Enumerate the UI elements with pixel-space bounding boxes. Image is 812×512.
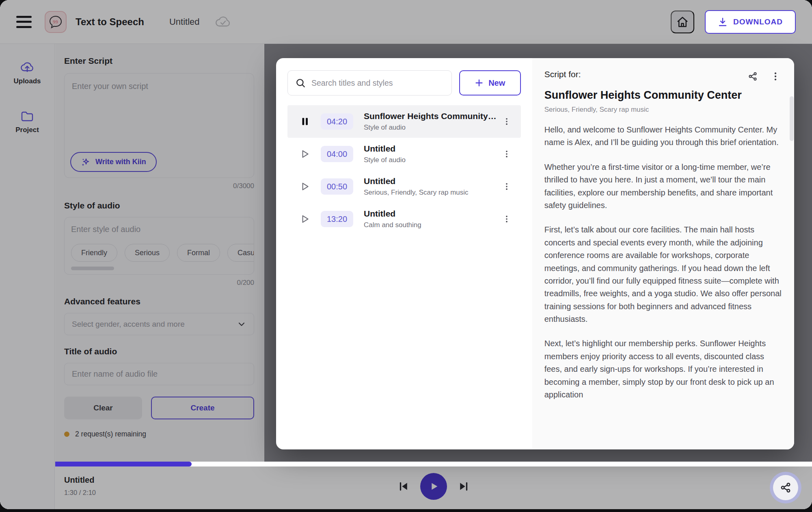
- script-panel: Script for:: [532, 58, 794, 449]
- skip-forward-icon: [458, 480, 470, 492]
- audio-list: 04:20Sunflower Heights Community…Style o…: [287, 105, 521, 235]
- script-textarea[interactable]: [65, 74, 254, 143]
- sidebar-item-project[interactable]: Project: [0, 111, 54, 134]
- kebab-menu-icon: [502, 150, 511, 158]
- style-of-audio-heading: Style of audio: [64, 201, 254, 210]
- download-icon: [718, 17, 728, 27]
- library-modal: New 04:20Sunflower Heights Community…Sty…: [276, 58, 794, 449]
- play-track-button[interactable]: [298, 147, 312, 161]
- audio-item-title: Untitled: [364, 144, 497, 154]
- play-track-button[interactable]: [298, 212, 312, 226]
- style-char-counter: 0/200: [64, 279, 254, 287]
- audio-item-title: Untitled: [364, 209, 497, 219]
- cloud-upload-icon: [21, 61, 34, 73]
- item-menu-button[interactable]: [497, 145, 517, 163]
- app-logo: 99: [45, 11, 67, 33]
- previous-track-button[interactable]: [397, 480, 410, 492]
- download-button[interactable]: DOWNLOAD: [705, 10, 796, 34]
- item-menu-button[interactable]: [497, 113, 517, 130]
- next-track-button[interactable]: [458, 480, 470, 492]
- script-menu-button[interactable]: [769, 69, 782, 83]
- item-menu-button[interactable]: [497, 210, 517, 228]
- audio-list-item[interactable]: 04:20Sunflower Heights Community…Style o…: [287, 105, 521, 138]
- script-paragraph: First, let’s talk about our core facilit…: [544, 223, 782, 325]
- script-title: Sunflower Heights Community Center: [544, 89, 782, 102]
- home-button[interactable]: [671, 11, 694, 33]
- kebab-menu-icon: [770, 71, 781, 82]
- item-menu-button[interactable]: [497, 178, 517, 195]
- script-vertical-scrollbar[interactable]: [790, 96, 794, 141]
- style-chip-row: FriendlySeriousFormalCasualM: [71, 244, 254, 262]
- speech-bubble-logo-icon: 99: [49, 15, 63, 29]
- script-paragraph: Hello, and welcome to Sunflower Heights …: [544, 124, 782, 149]
- playback-progress-bar[interactable]: [55, 462, 812, 466]
- play-icon: [300, 214, 310, 224]
- duration-badge: 13:20: [321, 211, 353, 227]
- top-bar: 99 Text to Speech Untitled: [0, 0, 812, 44]
- share-icon: [780, 482, 792, 494]
- style-input-box: FriendlySeriousFormalCasualM: [64, 217, 254, 275]
- share-script-button[interactable]: [746, 69, 760, 83]
- search-box: [287, 70, 452, 95]
- cloud-sync-icon: [215, 16, 231, 28]
- screen: 99 Text to Speech Untitled: [0, 0, 812, 512]
- playback-progress-fill: [55, 462, 192, 466]
- player-track-title: Untitled: [64, 475, 96, 485]
- sidebar-item-uploads[interactable]: Uploads: [0, 61, 54, 85]
- duration-badge: 00:50: [321, 178, 353, 195]
- requests-remaining-text: 2 request(s) remaining: [75, 430, 146, 438]
- duration-badge: 04:00: [321, 146, 353, 162]
- audio-item-title: Sunflower Heights Community…: [364, 111, 497, 121]
- script-paragraph: Next, let’s highlight our membership per…: [544, 337, 782, 401]
- menu-icon[interactable]: [16, 16, 32, 28]
- sidebar-item-label: Project: [15, 126, 39, 134]
- play-icon: [428, 481, 439, 492]
- sidebar-item-label: Uploads: [13, 77, 41, 85]
- play-track-button[interactable]: [298, 180, 312, 193]
- audio-library-column: New 04:20Sunflower Heights Community…Sty…: [276, 58, 532, 449]
- share-player-button[interactable]: [773, 475, 798, 500]
- style-input[interactable]: [71, 225, 245, 234]
- home-icon: [676, 16, 689, 28]
- audio-list-item[interactable]: 04:00UntitledStyle of audio: [287, 138, 521, 170]
- create-button[interactable]: Create: [151, 397, 254, 419]
- script-paragraph: Whether you’re a first-time visitor or a…: [544, 161, 782, 212]
- advanced-features-select[interactable]: Select gender, accents and more: [64, 313, 254, 335]
- requests-status-dot: [64, 432, 69, 437]
- script-form-panel: Enter Script Write with Kiin 0/3000 Styl…: [55, 44, 264, 509]
- new-audio-button[interactable]: New: [459, 70, 521, 95]
- audio-list-item[interactable]: 13:20UntitledCalm and southing: [287, 203, 521, 235]
- style-chip-formal[interactable]: Formal: [177, 244, 220, 262]
- chips-horizontal-scrollbar[interactable]: [71, 267, 114, 270]
- skip-back-icon: [397, 480, 410, 492]
- pause-track-button[interactable]: [298, 115, 312, 128]
- style-chip-friendly[interactable]: Friendly: [71, 244, 117, 262]
- play-button[interactable]: [420, 473, 447, 500]
- enter-script-heading: Enter Script: [64, 56, 254, 66]
- clear-button[interactable]: Clear: [64, 397, 142, 419]
- folder-icon: [21, 111, 34, 122]
- title-of-audio-heading: Title of audio: [64, 347, 254, 356]
- svg-text:99: 99: [53, 19, 58, 25]
- pause-icon: [300, 116, 310, 127]
- search-icon: [295, 78, 306, 88]
- script-style-subtitle: Serious, Friendly, Scary rap music: [544, 106, 782, 114]
- kebab-menu-icon: [502, 182, 511, 191]
- search-input[interactable]: [311, 78, 444, 88]
- write-with-kiin-label: Write with Kiin: [95, 158, 146, 166]
- audio-title-input[interactable]: [64, 363, 254, 385]
- play-icon: [300, 149, 310, 159]
- write-with-kiin-button[interactable]: Write with Kiin: [70, 152, 157, 172]
- script-text: Hello, and welcome to Sunflower Heights …: [544, 124, 782, 401]
- player-time: 1:30 / 2:10: [64, 489, 96, 497]
- sparkle-icon: [81, 157, 91, 167]
- audio-item-style: Style of audio: [364, 156, 497, 164]
- app-window: 99 Text to Speech Untitled: [0, 0, 812, 509]
- style-chip-serious[interactable]: Serious: [125, 244, 170, 262]
- advanced-features-placeholder: Select gender, accents and more: [72, 320, 237, 329]
- share-icon: [747, 71, 758, 82]
- new-audio-label: New: [488, 78, 505, 88]
- sidebar: Uploads Project: [0, 44, 55, 509]
- style-chip-casual[interactable]: Casual: [227, 244, 254, 262]
- audio-list-item[interactable]: 00:50UntitledSerious, Friendly, Scary ra…: [287, 170, 521, 203]
